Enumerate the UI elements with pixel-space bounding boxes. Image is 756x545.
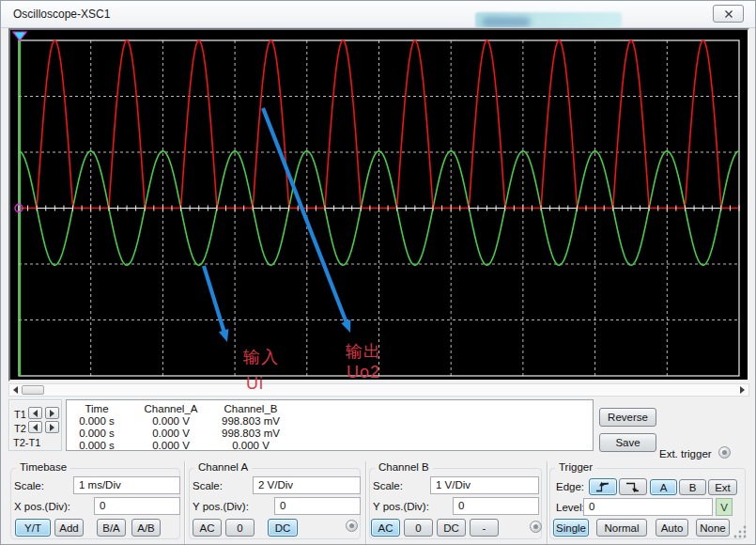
channel-a-terminal xyxy=(346,520,358,532)
scroll-right-button[interactable] xyxy=(736,384,748,396)
annotation-arrow-icon xyxy=(204,266,228,342)
t1-time: 0.000 s xyxy=(67,415,127,428)
right-arrow-icon xyxy=(50,424,54,431)
annotation-input-symbol: Ui xyxy=(246,374,264,393)
col-header-time: Time xyxy=(67,403,127,415)
ext-trigger-label: Ext. trigger xyxy=(659,448,712,459)
divider xyxy=(547,461,548,544)
trigger-level-input[interactable]: 0 xyxy=(583,498,713,516)
title-bar[interactable]: Oscilloscope-XSC1 xyxy=(1,1,755,28)
annotation-output-symbol: Uo2 xyxy=(347,363,380,382)
trigger-level-unit: V xyxy=(716,498,733,516)
annotation-input-cn: 输入 xyxy=(243,348,279,366)
oscilloscope-screen xyxy=(8,28,749,382)
close-button[interactable] xyxy=(713,5,744,23)
timebase-scale-label: Scale: xyxy=(14,480,44,491)
divider xyxy=(184,461,185,544)
channel-a-title: Channel A xyxy=(194,461,252,474)
channel-b-dc-button[interactable]: DC xyxy=(437,519,466,537)
t1-right-button[interactable] xyxy=(45,407,59,419)
channel-a-ac-button[interactable]: AC xyxy=(193,519,222,537)
t1-channel-b: 998.803 mV xyxy=(215,415,286,428)
t2t1-time: 0.000 s xyxy=(67,440,127,452)
channel-a-ypos-input[interactable]: 0 xyxy=(274,497,361,515)
oscilloscope-window: Oscilloscope-XSC1 输入 Ui 输出 Uo2 T1 T2 T2-… xyxy=(0,0,756,545)
t2t1-channel-a: 0.000 V xyxy=(127,440,215,452)
scrollbar-thumb[interactable] xyxy=(22,385,44,395)
channel-a-scale-input[interactable]: 2 V/Div xyxy=(253,476,361,494)
trigger-source-b-button[interactable]: B xyxy=(679,479,706,495)
channel-b-zero-button[interactable]: 0 xyxy=(404,519,433,537)
channel-a-ypos-label: Y pos.(Div): xyxy=(193,501,249,512)
channel-b-scale-label: Scale: xyxy=(373,480,403,491)
trigger-auto-button[interactable]: Auto xyxy=(656,519,688,537)
trigger-title: Trigger xyxy=(555,461,596,474)
highlight-artifact-inner xyxy=(482,17,531,27)
scope-scrollbar[interactable] xyxy=(8,383,749,397)
channel-b-ypos-label: Y pos.(Div): xyxy=(373,501,429,512)
t1-channel-a: 0.000 V xyxy=(127,415,215,428)
channel-b-ypos-input[interactable]: 0 xyxy=(453,497,539,515)
left-arrow-icon xyxy=(33,410,38,417)
cursor-t2-label: T2 xyxy=(14,423,26,434)
ext-trigger-terminal xyxy=(718,446,731,459)
t2-channel-b: 998.803 mV xyxy=(215,428,286,440)
col-header-channel-b: Channel_B xyxy=(215,403,286,415)
channel-b-scale-input[interactable]: 1 V/Div xyxy=(430,476,539,494)
trigger-source-ext-button[interactable]: Ext xyxy=(708,479,737,495)
rising-edge-icon xyxy=(595,481,610,493)
timebase-ab-button[interactable]: A/B xyxy=(131,519,161,537)
trigger-falling-edge-button[interactable] xyxy=(619,478,647,495)
trigger-none-button[interactable]: None xyxy=(696,519,730,537)
timebase-ba-button[interactable]: B/A xyxy=(97,519,126,537)
col-header-channel-a: Channel_A xyxy=(127,403,215,415)
timebase-yt-button[interactable]: Y/T xyxy=(15,519,51,537)
window-title: Oscilloscope-XSC1 xyxy=(13,8,110,21)
t2-time: 0.000 s xyxy=(67,428,127,440)
save-button[interactable]: Save xyxy=(599,433,656,452)
divider xyxy=(365,461,366,544)
trigger-rising-edge-button[interactable] xyxy=(589,478,617,495)
scroll-left-arrow-icon xyxy=(13,386,18,394)
measurement-table: Time Channel_A Channel_B 0.000 s 0.000 V… xyxy=(66,399,594,451)
timebase-xpos-input[interactable]: 0 xyxy=(94,497,180,515)
t2-channel-a: 0.000 V xyxy=(127,428,215,440)
trigger-source-a-button[interactable]: A xyxy=(650,479,677,495)
trigger-single-button[interactable]: Single xyxy=(553,519,589,537)
annotation-arrow-icon xyxy=(263,108,350,333)
scroll-left-button[interactable] xyxy=(9,384,22,396)
channel-b-terminal xyxy=(530,521,542,533)
cursor-panel: T1 T2 T2-T1 xyxy=(8,399,62,451)
cursor-t2t1-label: T2-T1 xyxy=(13,437,40,448)
channel-b-ac-button[interactable]: AC xyxy=(371,519,400,537)
falling-edge-icon xyxy=(625,481,640,493)
timebase-title: Timebase xyxy=(16,461,70,474)
channel-a-zero-button[interactable]: 0 xyxy=(225,519,255,537)
t1-left-button[interactable] xyxy=(28,407,42,419)
reverse-button[interactable]: Reverse xyxy=(599,408,656,427)
close-icon xyxy=(724,9,733,19)
resize-grip[interactable] xyxy=(732,523,748,540)
annotation-output-cn: 输出 xyxy=(346,342,381,361)
t2-left-button[interactable] xyxy=(28,421,42,433)
trigger-normal-button[interactable]: Normal xyxy=(596,519,647,537)
left-arrow-icon xyxy=(33,424,38,431)
axis-ticks xyxy=(19,206,739,211)
trigger-level-label: Level: xyxy=(556,502,585,513)
timebase-add-button[interactable]: Add xyxy=(54,519,84,537)
scroll-right-arrow-icon xyxy=(740,386,745,394)
timebase-scale-input[interactable]: 1 ms/Div xyxy=(73,476,180,494)
trigger-edge-label: Edge: xyxy=(556,481,584,492)
channel-a-dc-button[interactable]: DC xyxy=(268,519,298,537)
t2-right-button[interactable] xyxy=(45,421,59,433)
t2t1-channel-b: 0.000 V xyxy=(215,440,286,452)
channel-b-title: Channel B xyxy=(375,461,433,474)
right-arrow-icon xyxy=(50,410,54,417)
cursor-t1-handle[interactable] xyxy=(13,32,26,40)
cursor-t1-label: T1 xyxy=(14,409,26,420)
channel-a-scale-label: Scale: xyxy=(193,480,223,491)
timebase-xpos-label: X pos.(Div): xyxy=(14,501,70,512)
scope-canvas[interactable] xyxy=(10,30,748,380)
channel-b-minus-button[interactable]: - xyxy=(470,519,499,537)
